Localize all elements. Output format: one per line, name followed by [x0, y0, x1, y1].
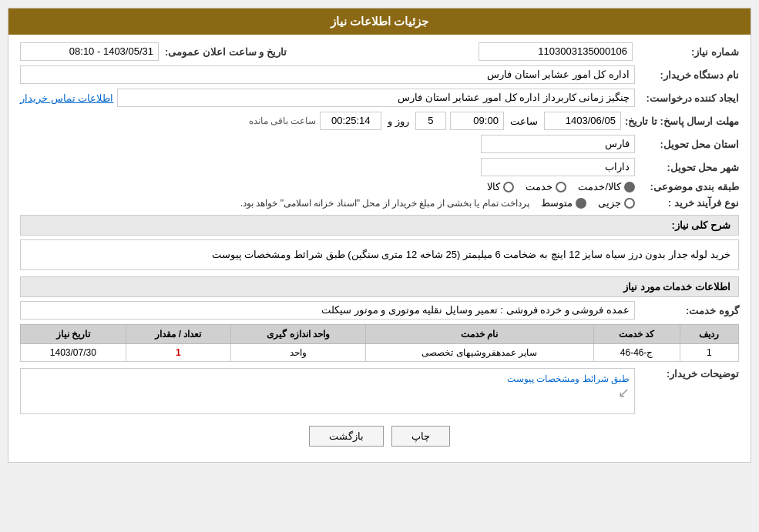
category-goods-radio[interactable]: [503, 182, 514, 192]
city-row: شهر محل تحویل: داراب: [20, 158, 739, 176]
need-desc-label: شرح کلی نیاز:: [671, 219, 730, 231]
process-medium-radio[interactable]: [576, 198, 586, 209]
process-partial-item: جزیی: [598, 197, 635, 209]
category-goods-service-label: کالا/خدمت: [578, 181, 621, 192]
buyer-desc-label: توضیحات خریدار:: [639, 368, 739, 380]
service-group-value: عمده فروشی و خرده فروشی : تعمیر وسایل نق…: [20, 301, 635, 320]
category-goods-service-item: کالا/خدمت: [578, 181, 635, 192]
col-unit: واحد اندازه گیری: [231, 325, 366, 344]
cell-service-name: سایر عمدهفروشیهای تخصصی: [366, 344, 593, 362]
back-button[interactable]: بازگشت: [309, 426, 384, 447]
table-row: 1 ج-46-46 سایر عمدهفروشیهای تخصصی واحد 1…: [21, 344, 739, 362]
col-service-code: کد خدمت: [593, 325, 680, 344]
need-number-row: شماره نیاز: 1103003135000106 تاریخ و ساع…: [20, 42, 739, 61]
need-desc-box: خرید لوله جدار بدون درز سیاه سایز 12 این…: [20, 239, 739, 270]
process-radio-group: جزیی متوسط پرداخت تمام یا بخشی از مبلغ خ…: [240, 197, 635, 209]
need-number-value: 1103003135000106: [479, 42, 633, 61]
process-note: پرداخت تمام یا بخشی از مبلغ خریدار از مح…: [240, 198, 529, 209]
creator-row: ایجاد کننده درخواست: چنگیز زمانی کاربردا…: [20, 89, 739, 107]
buyer-desc-box: طبق شرائط ومشخصات پیوست ↙: [20, 368, 635, 414]
category-goods-service-radio[interactable]: [624, 182, 635, 192]
cell-quantity: 1: [126, 344, 231, 362]
buyer-desc-row: توضیحات خریدار: طبق شرائط ومشخصات پیوست …: [20, 368, 739, 414]
buyer-org-label: نام دستگاه خریدار:: [639, 69, 739, 81]
category-service-item: خدمت: [526, 181, 566, 192]
buttons-row: چاپ بازگشت: [20, 426, 739, 454]
province-value: فارس: [481, 135, 635, 153]
process-medium-label: متوسط: [541, 197, 573, 209]
page-title: جزئیات اطلاعات نیاز: [331, 15, 428, 28]
category-service-radio[interactable]: [556, 182, 566, 192]
process-type-row: نوع فرآیند خرید : جزیی متوسط پرداخت تمام…: [20, 197, 739, 209]
process-medium-item: متوسط: [541, 197, 586, 209]
contact-link[interactable]: اطلاعات تماس خریدار: [20, 92, 113, 104]
province-row: استان محل تحویل: فارس: [20, 135, 739, 153]
process-partial-radio[interactable]: [624, 198, 635, 209]
service-group-row: گروه خدمت: عمده فروشی و خرده فروشی : تعم…: [20, 301, 739, 320]
province-label: استان محل تحویل:: [639, 139, 739, 150]
reply-days-value: 5: [415, 112, 446, 130]
category-radio-group: کالا/خدمت خدمت کالا: [487, 181, 635, 192]
process-partial-label: جزیی: [598, 197, 621, 209]
col-service-name: نام خدمت: [366, 325, 593, 344]
reply-deadline-label: مهلت ارسال پاسخ: تا تاریخ:: [625, 115, 739, 127]
city-label: شهر محل تحویل:: [639, 162, 739, 173]
service-info-title: اطلاعات خدمات مورد نیاز: [20, 276, 739, 297]
service-table: ردیف کد خدمت نام خدمت واحد اندازه گیری ت…: [20, 324, 739, 362]
buyer-desc-text: طبق شرائط ومشخصات پیوست: [507, 373, 630, 384]
remaining-label: ساعت باقی مانده: [249, 115, 317, 126]
category-goods-item: کالا: [487, 181, 514, 192]
category-label: طبقه بندی موضوعی:: [639, 181, 739, 192]
service-group-label: گروه خدمت:: [639, 305, 739, 316]
reply-deadline-row: مهلت ارسال پاسخ: تا تاریخ: 1403/06/05 سا…: [20, 112, 739, 130]
cell-row-num: 1: [680, 344, 738, 362]
col-quantity: تعداد / مقدار: [126, 325, 231, 344]
category-service-label: خدمت: [526, 181, 552, 192]
print-button[interactable]: چاپ: [391, 426, 450, 447]
need-number-label: شماره نیاز:: [639, 46, 739, 58]
remaining-time-value: 00:25:14: [320, 112, 381, 130]
reply-date-value: 1403/06/05: [544, 112, 621, 130]
reply-time-value: 09:00: [450, 112, 504, 130]
time-label-static: ساعت: [510, 115, 538, 127]
date-time-label: تاریخ و ساعت اعلان عمومی:: [165, 46, 287, 58]
category-row: طبقه بندی موضوعی: کالا/خدمت خدمت کالا: [20, 181, 739, 192]
cell-service-code: ج-46-46: [593, 344, 680, 362]
announce-date-value: 1403/05/31 - 08:10: [20, 42, 159, 61]
need-desc-text: خرید لوله جدار بدون درز سیاه سایز 12 این…: [212, 249, 730, 260]
buyer-org-row: نام دستگاه خریدار: اداره کل امور عشایر ا…: [20, 65, 739, 84]
service-info-title-text: اطلاعات خدمات مورد نیاز: [623, 281, 730, 293]
need-desc-section-title: شرح کلی نیاز:: [20, 215, 739, 236]
col-date: تاریخ نیاز: [21, 325, 126, 344]
city-value: داراب: [481, 158, 635, 176]
buyer-org-value: اداره کل امور عشایر استان فارس: [20, 65, 635, 84]
process-type-label: نوع فرآیند خرید :: [639, 197, 739, 209]
creator-value: چنگیز زمانی کاربرداز اداره کل امور عشایر…: [117, 89, 635, 107]
category-goods-label: کالا: [487, 181, 500, 192]
creator-label: ایجاد کننده درخواست:: [639, 92, 739, 104]
days-label: روز و: [388, 115, 409, 127]
cell-date: 1403/07/30: [21, 344, 126, 362]
table-header-row: ردیف کد خدمت نام خدمت واحد اندازه گیری ت…: [21, 325, 739, 344]
cell-unit: واحد: [231, 344, 366, 362]
page-header: جزئیات اطلاعات نیاز: [8, 8, 751, 35]
col-row-num: ردیف: [680, 325, 738, 344]
